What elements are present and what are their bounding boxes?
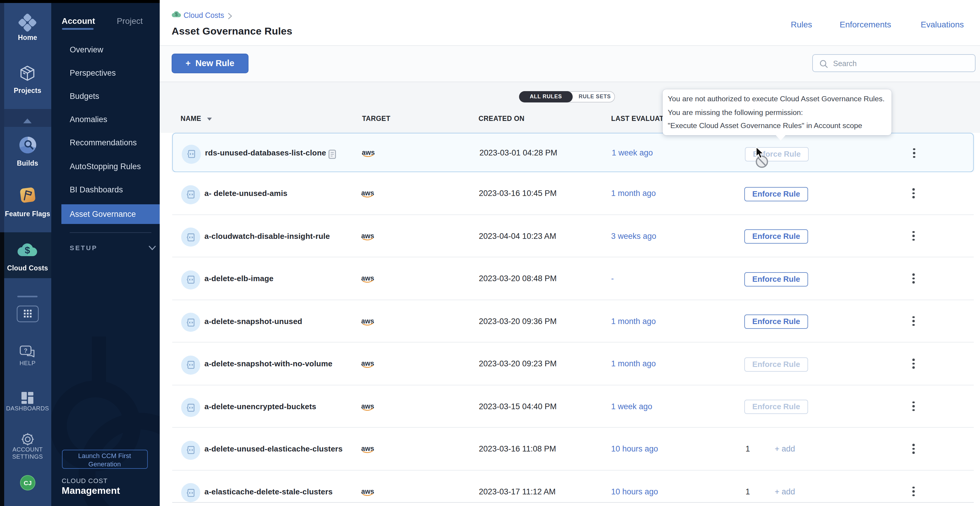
svg-text:$: $ (175, 12, 178, 17)
svg-text:$: $ (25, 245, 30, 255)
svg-text:?: ? (24, 347, 27, 354)
svg-text:CJ: CJ (24, 479, 32, 486)
